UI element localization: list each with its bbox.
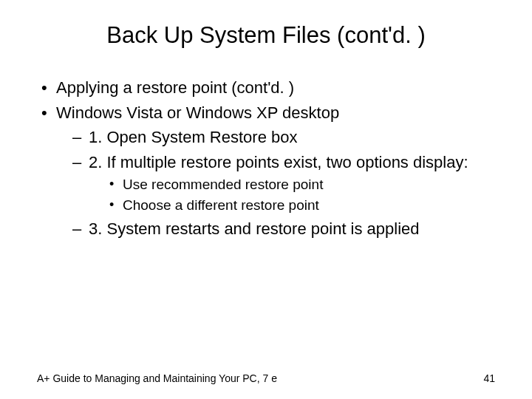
bullet-text: 2. If multiple restore points exist, two… (89, 153, 468, 171)
bullet-text: Applying a restore point (cont'd. ) (56, 78, 294, 97)
bullet-item: Applying a restore point (cont'd. ) (37, 77, 495, 99)
bullet-text: Choose a different restore point (123, 197, 319, 213)
bullet-list-level2: 1. Open System Restore box 2. If multipl… (56, 126, 495, 239)
bullet-item: Windows Vista or Windows XP desktop 1. O… (37, 102, 495, 240)
slide-title: Back Up System Files (cont'd. ) (37, 22, 495, 49)
bullet-list-level3: Use recommended restore point Choose a d… (89, 175, 495, 215)
slide-footer: A+ Guide to Managing and Maintaining You… (37, 372, 495, 384)
bullet-item: Use recommended restore point (106, 175, 495, 194)
bullet-item: 1. Open System Restore box (66, 126, 495, 149)
footer-page-number: 41 (483, 372, 495, 384)
bullet-text: 1. Open System Restore box (89, 128, 297, 146)
slide-content: Applying a restore point (cont'd. ) Wind… (37, 77, 495, 240)
bullet-text: 3. System restarts and restore point is … (89, 219, 420, 238)
slide: Back Up System Files (cont'd. ) Applying… (0, 0, 532, 399)
footer-source: A+ Guide to Managing and Maintaining You… (37, 372, 277, 384)
bullet-item: 3. System restarts and restore point is … (66, 218, 495, 240)
bullet-item: Choose a different restore point (106, 196, 495, 215)
bullet-text: Use recommended restore point (123, 177, 323, 192)
bullet-list-level1: Applying a restore point (cont'd. ) Wind… (37, 77, 495, 240)
bullet-text: Windows Vista or Windows XP desktop (56, 103, 339, 122)
bullet-item: 2. If multiple restore points exist, two… (66, 151, 495, 215)
